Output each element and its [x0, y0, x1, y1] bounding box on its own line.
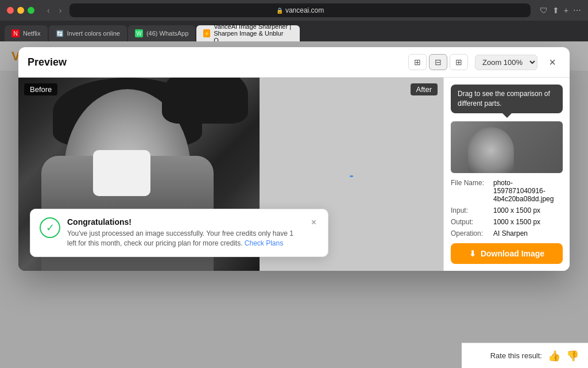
title-bar: ‹ › 🔒 vanceai.com 🛡 ⬆ + ⋯ [0, 0, 588, 21]
toast-success-icon: ✓ [40, 217, 60, 238]
operation-value: AI Sharpen [493, 229, 528, 237]
tooltip-text: Drag to see the comparison of different … [458, 90, 550, 108]
modal-close-button[interactable]: × [544, 54, 560, 70]
traffic-lights [7, 7, 34, 14]
tab-vance[interactable]: ⚡ VanceAI Image Sharpener | Sharpen Imag… [196, 25, 300, 41]
view-side-by-side-button[interactable]: ⊟ [429, 54, 447, 70]
page-background: VANCEAI Preview ⊞ ⊟ ⊞ Zoom 100% 50% 75% … [0, 41, 588, 368]
url-text: vanceai.com [285, 6, 324, 14]
filename-label: File Name: [451, 179, 491, 203]
tab-invert-label: Invert colors online [67, 30, 120, 37]
tooltip-arrow [502, 113, 512, 118]
add-tab-icon[interactable]: + [564, 6, 568, 15]
operation-label: Operation: [451, 229, 491, 237]
filename-value: photo-1597871040916-4b4c20ba08dd.jpeg [493, 179, 563, 203]
toast-message: You've just processed an image successfu… [67, 229, 302, 248]
image-thumbnail [451, 121, 563, 173]
download-button[interactable]: ⬇ Download Image [451, 243, 563, 264]
tab-invert[interactable]: 🔄 Invert colors online [49, 25, 127, 41]
shield-icon: 🛡 [540, 6, 548, 15]
maximize-traffic-light[interactable] [28, 7, 34, 14]
tab-vance-label: VanceAI Image Sharpener | Sharpen Image … [214, 23, 293, 44]
right-panel: Drag to see the comparison of different … [443, 78, 570, 271]
address-bar[interactable]: 🔒 vanceai.com [69, 3, 530, 17]
file-info-section: File Name: photo-1597871040916-4b4c20ba0… [451, 179, 563, 237]
tab-netflix[interactable]: N Netflix [5, 25, 48, 41]
loading-indicator [350, 169, 353, 179]
toast-title: Congratulations! [67, 217, 302, 227]
view-grid-button[interactable]: ⊞ [450, 54, 468, 70]
back-button[interactable]: ‹ [44, 5, 53, 16]
view-fit-button[interactable]: ⊞ [408, 54, 427, 70]
tab-whatsapp-label: (46) WhatsApp [146, 30, 188, 37]
share-icon[interactable]: ⬆ [552, 6, 559, 15]
download-label: Download Image [481, 249, 544, 258]
zoom-select[interactable]: Zoom 100% 50% 75% 150% 200% [475, 55, 537, 70]
modal-header: Preview ⊞ ⊟ ⊞ Zoom 100% 50% 75% 150% 200… [18, 47, 570, 78]
view-mode-buttons: ⊞ ⊟ ⊞ [408, 54, 468, 70]
check-plans-link[interactable]: Check Plans [245, 239, 283, 247]
loading-dot [350, 175, 353, 177]
browser-chrome: ‹ › 🔒 vanceai.com 🛡 ⬆ + ⋯ N Netflix 🔄 In… [0, 0, 588, 41]
input-size-row: Input: 1000 x 1500 px [451, 206, 563, 214]
input-label: Input: [451, 206, 491, 214]
output-value: 1000 x 1500 px [493, 218, 540, 226]
tab-netflix-label: Netflix [23, 30, 41, 37]
modal-overlay: Preview ⊞ ⊟ ⊞ Zoom 100% 50% 75% 150% 200… [0, 41, 588, 368]
whatsapp-favicon: W [135, 29, 143, 37]
extensions-icon[interactable]: ⋯ [573, 6, 581, 15]
toast-content: Congratulations! You've just processed a… [67, 217, 302, 248]
netflix-favicon: N [11, 29, 20, 37]
operation-row: Operation: AI Sharpen [451, 229, 563, 237]
output-size-row: Output: 1000 x 1500 px [451, 218, 563, 226]
modal-title: Preview [28, 56, 401, 68]
tabs-bar: N Netflix 🔄 Invert colors online W (46) … [0, 21, 588, 41]
thumbnail-person [468, 127, 514, 173]
hat-area [162, 78, 248, 124]
before-label: Before [24, 83, 57, 95]
nav-buttons: ‹ › [44, 5, 65, 16]
filename-row: File Name: photo-1597871040916-4b4c20ba0… [451, 179, 563, 203]
output-label: Output: [451, 218, 491, 226]
modal-body: Before After [18, 78, 570, 271]
toolbar-icons: 🛡 ⬆ + ⋯ [540, 6, 581, 15]
collar-area [93, 150, 150, 196]
toast-notification: ✓ Congratulations! You've just processed… [30, 209, 328, 257]
close-traffic-light[interactable] [7, 7, 14, 14]
invert-favicon: 🔄 [56, 29, 64, 37]
drag-tooltip: Drag to see the comparison of different … [451, 85, 563, 113]
forward-button[interactable]: › [56, 5, 65, 16]
minimize-traffic-light[interactable] [17, 7, 24, 14]
toast-close-button[interactable]: × [309, 217, 319, 228]
download-icon: ⬇ [469, 249, 476, 258]
after-label: After [411, 83, 438, 95]
preview-modal: Preview ⊞ ⊟ ⊞ Zoom 100% 50% 75% 150% 200… [18, 47, 570, 271]
lock-icon: 🔒 [276, 7, 283, 14]
tab-whatsapp[interactable]: W (46) WhatsApp [128, 25, 195, 41]
preview-area[interactable]: Before After [18, 78, 443, 271]
vance-favicon: ⚡ [203, 29, 210, 37]
input-value: 1000 x 1500 px [493, 206, 540, 214]
